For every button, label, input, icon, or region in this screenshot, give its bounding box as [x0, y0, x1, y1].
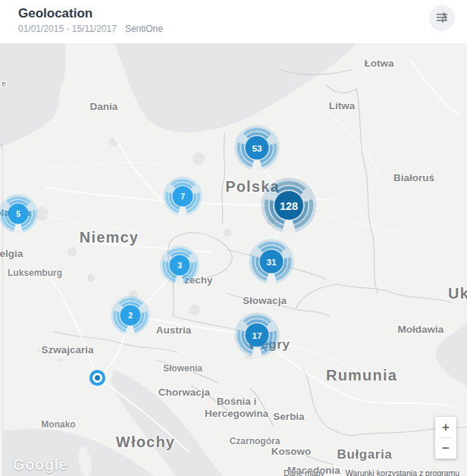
cluster-marker-17[interactable]: 17: [234, 312, 281, 362]
google-logo[interactable]: Google: [13, 456, 68, 474]
svg-text:128: 128: [280, 200, 298, 212]
cluster-marker-3[interactable]: 3: [159, 245, 200, 289]
svg-text:31: 31: [266, 257, 277, 267]
page-title: Geolocation: [18, 6, 92, 21]
date-range: 01/01/2015 - 15/11/2017: [18, 23, 117, 34]
geolocation-widget: Geolocation 01/01/2015 - 15/11/2017Senti…: [0, 0, 467, 476]
svg-text:3: 3: [177, 261, 182, 270]
cluster-marker-5[interactable]: 5: [0, 193, 39, 237]
zoom-in-button[interactable]: +: [435, 417, 456, 437]
svg-text:2: 2: [128, 312, 133, 320]
svg-text:17: 17: [252, 330, 262, 340]
tune-sliders-icon: [435, 11, 449, 27]
point-marker-dot: [95, 375, 100, 380]
subtitle: 01/01/2015 - 15/11/2017SentiOne: [18, 23, 163, 34]
cluster-marker-2[interactable]: 2: [110, 295, 151, 339]
source-label: SentiOne: [125, 23, 163, 34]
terms-link[interactable]: Warunki korzystania z programu: [346, 468, 459, 476]
cluster-marker-128[interactable]: 128: [260, 177, 318, 237]
svg-text:5: 5: [16, 210, 20, 218]
cluster-marker-7[interactable]: 7: [162, 176, 203, 220]
point-marker[interactable]: [89, 370, 105, 386]
filter-button[interactable]: [429, 5, 455, 31]
cluster-marker-53[interactable]: 53: [234, 124, 281, 174]
map-attribution: Dane mapy Warunki korzystania z programu: [284, 468, 459, 476]
map-base-art: [0, 43, 467, 476]
map-zoom-control: + −: [435, 417, 456, 459]
header: Geolocation 01/01/2015 - 15/11/2017Senti…: [0, 0, 467, 43]
zoom-out-button[interactable]: −: [435, 438, 456, 459]
svg-text:7: 7: [180, 193, 185, 201]
map-data-link[interactable]: Dane mapy: [284, 468, 324, 476]
cluster-marker-31[interactable]: 31: [248, 238, 295, 288]
svg-text:53: 53: [252, 143, 262, 153]
map-canvas[interactable]: + − Google Dane mapy Warunki korzystania…: [0, 43, 467, 476]
